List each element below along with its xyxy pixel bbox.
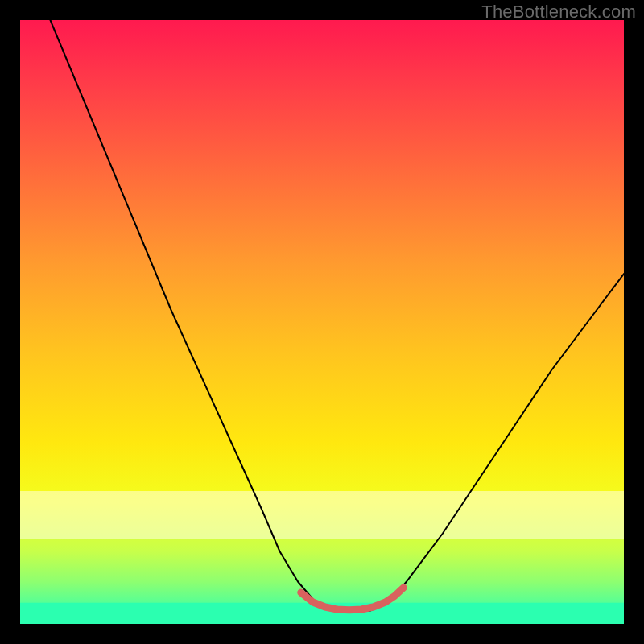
plot-area: [20, 20, 624, 624]
outer-frame: TheBottleneck.com: [0, 0, 644, 644]
curves-layer: [20, 20, 624, 624]
highlight-segment: [301, 588, 404, 610]
bottleneck-curve: [51, 20, 625, 612]
watermark-text: TheBottleneck.com: [481, 2, 636, 23]
